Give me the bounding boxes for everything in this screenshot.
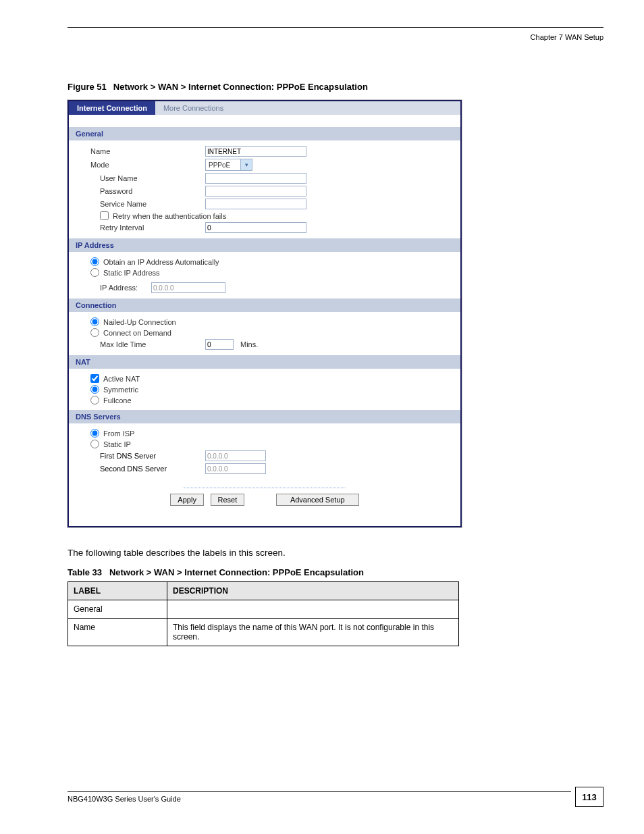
- symmetric-label: Symmetric: [103, 386, 138, 394]
- figure-number: Figure 51: [68, 82, 107, 92]
- chevron-down-icon: ▾: [240, 159, 252, 170]
- retry-checkbox[interactable]: [100, 211, 109, 220]
- max-idle-label: Max Idle Time: [77, 340, 205, 348]
- nailed-up-label: Nailed-Up Connection: [103, 318, 176, 326]
- symmetric-radio[interactable]: [90, 385, 99, 394]
- fullcone-label: Fullcone: [103, 396, 132, 405]
- ip-auto-radio[interactable]: [90, 257, 99, 266]
- figure-caption: Figure 51Network > WAN > Internet Connec…: [68, 82, 603, 92]
- first-dns-input[interactable]: [205, 450, 266, 461]
- table-title: Network > WAN > Internet Connection: PPP…: [109, 567, 364, 577]
- mode-value: PPPoE: [209, 161, 230, 169]
- section-dns: DNS Servers: [69, 410, 460, 423]
- th-desc: DESCRIPTION: [167, 582, 459, 600]
- page-number: 113: [575, 787, 603, 807]
- footer-text: NBG410W3G Series User's Guide: [68, 792, 571, 803]
- apply-button[interactable]: Apply: [170, 494, 204, 506]
- connect-demand-label: Connect on Demand: [103, 329, 171, 337]
- section-ip: IP Address: [69, 238, 460, 252]
- chapter-header: Chapter 7 WAN Setup: [68, 33, 603, 41]
- second-dns-input[interactable]: [205, 463, 266, 474]
- figure-title: Network > WAN > Internet Connection: PPP…: [113, 82, 368, 92]
- mode-label: Mode: [77, 161, 205, 169]
- retry-interval-input[interactable]: [205, 222, 306, 233]
- ip-static-radio[interactable]: [90, 268, 99, 277]
- username-input[interactable]: [205, 173, 306, 184]
- dns-isp-label: From ISP: [103, 429, 134, 438]
- second-dns-label: Second DNS Server: [77, 465, 205, 473]
- active-nat-label: Active NAT: [103, 375, 140, 383]
- table-caption: Table 33 Network > WAN > Internet Connec…: [68, 567, 603, 577]
- username-label: User Name: [77, 174, 205, 182]
- service-name-label: Service Name: [77, 200, 205, 208]
- nailed-up-radio[interactable]: [90, 317, 99, 326]
- tab-internet-connection[interactable]: Internet Connection: [69, 101, 155, 115]
- th-label: LABEL: [68, 582, 167, 600]
- mins-label: Mins.: [240, 340, 258, 348]
- name-label: Name: [77, 147, 205, 155]
- ip-address-label: IP Address:: [100, 284, 151, 292]
- dns-isp-radio[interactable]: [90, 429, 99, 438]
- table-row: Name This field displays the name of thi…: [68, 619, 459, 646]
- retry-label: Retry when the authentication fails: [113, 212, 226, 220]
- first-dns-label: First DNS Server: [77, 452, 205, 460]
- reset-button[interactable]: Reset: [211, 494, 245, 506]
- section-general: General: [69, 127, 460, 140]
- name-input[interactable]: [205, 146, 306, 157]
- tab-more-connections[interactable]: More Connections: [155, 101, 232, 115]
- section-connection: Connection: [69, 298, 460, 312]
- password-input[interactable]: [205, 186, 306, 197]
- max-idle-input[interactable]: [205, 339, 234, 350]
- tab-bar: Internet Connection More Connections: [69, 101, 460, 115]
- dns-static-label: Static IP: [103, 440, 131, 448]
- active-nat-checkbox[interactable]: [90, 374, 99, 383]
- ip-auto-label: Obtain an IP Address Automatically: [103, 258, 219, 266]
- service-name-input[interactable]: [205, 199, 306, 209]
- password-label: Password: [77, 187, 205, 195]
- ip-static-label: Static IP Address: [103, 269, 160, 277]
- divider: [184, 488, 346, 488]
- ip-address-input[interactable]: [151, 282, 225, 293]
- connect-demand-radio[interactable]: [90, 328, 99, 337]
- retry-interval-label: Retry Interval: [77, 224, 205, 232]
- body-text: The following table describes the labels…: [68, 548, 603, 558]
- description-table: LABEL DESCRIPTION General Name This fiel…: [68, 581, 459, 646]
- fullcone-radio[interactable]: [90, 396, 99, 405]
- mode-dropdown[interactable]: PPPoE ▾: [205, 159, 252, 171]
- screenshot-panel: Internet Connection More Connections Gen…: [68, 100, 462, 527]
- section-nat: NAT: [69, 355, 460, 369]
- advanced-setup-button[interactable]: Advanced Setup: [276, 494, 359, 506]
- table-number: Table 33: [68, 567, 102, 577]
- dns-static-radio[interactable]: [90, 440, 99, 448]
- table-row: General: [68, 600, 459, 619]
